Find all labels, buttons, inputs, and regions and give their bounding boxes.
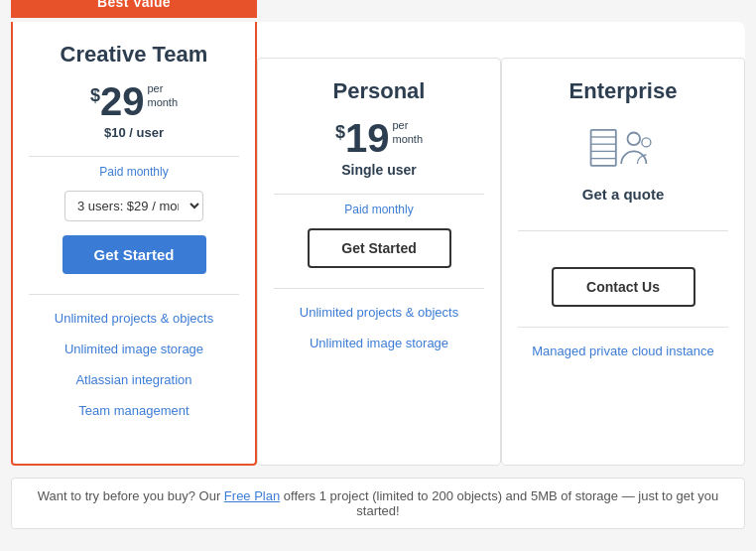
best-value-banner: Best Value [11, 0, 257, 18]
divider-1 [29, 156, 239, 157]
pricing-container: Best Value Creative Team $ 29 per month … [11, 22, 745, 466]
svg-rect-0 [591, 130, 616, 166]
divider-enterprise [518, 230, 728, 231]
price-per-personal: per month [392, 118, 423, 147]
plan-name-enterprise: Enterprise [569, 78, 678, 104]
price-amount-personal: 19 [345, 118, 390, 158]
price-row-personal: $ 19 per month [335, 118, 423, 158]
feature-unlimited-projects-personal: Unlimited projects & objects [300, 305, 458, 320]
price-dollar-personal: $ [335, 122, 345, 143]
price-row-creative-team: $ 29 per month [90, 81, 178, 121]
divider-personal [274, 194, 484, 195]
features-divider-enterprise [518, 327, 728, 328]
price-sub-creative-team: $10 / user [104, 125, 164, 140]
feature-unlimited-storage-creative-team: Unlimited image storage [64, 342, 203, 356]
footer-text-after: offers 1 project (limited to 200 objects… [280, 488, 718, 518]
paid-label-personal: Paid monthly [344, 203, 413, 216]
feature-atlassian-creative-team: Atlassian integration [75, 372, 191, 387]
feature-unlimited-projects-creative-team: Unlimited projects & objects [55, 311, 213, 326]
free-plan-link[interactable]: Free Plan [224, 488, 280, 503]
plan-card-creative-team: Best Value Creative Team $ 29 per month … [11, 22, 257, 466]
svg-point-5 [628, 133, 641, 146]
enterprise-quote-label: Get a quote [582, 186, 665, 203]
plan-card-personal: Personal $ 19 per month Single user Paid… [257, 58, 501, 466]
footer-text-before: Want to try before you buy? Our [38, 488, 224, 503]
user-count-select[interactable]: 3 users: $29 / month 5 users: $49 / mont… [64, 191, 203, 221]
paid-label-creative-team: Paid monthly [99, 165, 168, 179]
get-started-button-creative-team[interactable]: Get Started [63, 235, 206, 274]
feature-unlimited-storage-personal: Unlimited image storage [310, 336, 448, 350]
plan-name-creative-team: Creative Team [61, 42, 208, 68]
svg-point-6 [642, 138, 651, 147]
feature-team-management-creative-team: Team management [78, 403, 189, 418]
price-dollar-creative-team: $ [90, 85, 100, 106]
single-user-label: Single user [341, 162, 416, 178]
contact-us-button[interactable]: Contact Us [552, 267, 695, 307]
footer-bar: Want to try before you buy? Our Free Pla… [11, 478, 745, 529]
features-divider-personal [274, 288, 484, 289]
enterprise-icon [587, 118, 659, 174]
price-per-creative-team: per month [147, 81, 178, 110]
price-amount-creative-team: 29 [100, 81, 145, 121]
plan-card-enterprise: Enterprise Get a quote Contact Us Manage… [501, 58, 745, 466]
plan-name-personal: Personal [333, 78, 426, 104]
features-divider-creative-team [29, 294, 239, 295]
feature-managed-cloud-enterprise: Managed private cloud instance [532, 344, 714, 358]
get-started-button-personal[interactable]: Get Started [308, 228, 451, 268]
